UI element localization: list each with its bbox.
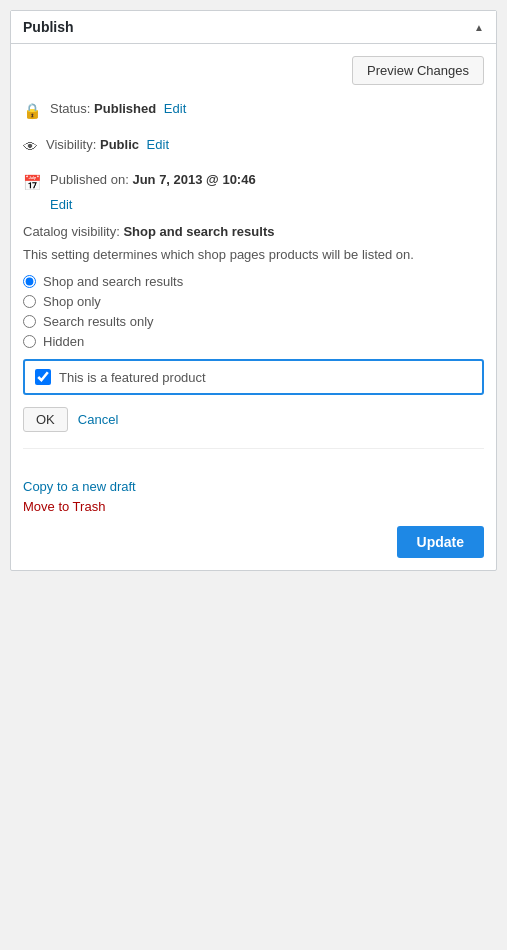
ok-cancel-row: OK Cancel xyxy=(23,407,484,432)
visibility-icon: 👁 xyxy=(23,136,38,159)
status-row: 🔒 Status: Published Edit xyxy=(23,99,484,123)
panel-body: Preview Changes 🔒 Status: Published Edit… xyxy=(11,44,496,471)
panel-title: Publish xyxy=(23,19,74,35)
status-text: Status: Published Edit xyxy=(50,99,186,119)
published-on-text: Published on: Jun 7, 2013 @ 10:46 xyxy=(50,170,256,190)
cancel-link[interactable]: Cancel xyxy=(78,412,118,427)
catalog-description: This setting determines which shop pages… xyxy=(23,245,484,265)
visibility-text: Visibility: Public Edit xyxy=(46,135,169,155)
catalog-label-text: Catalog visibility: xyxy=(23,224,120,239)
radio-item-hidden: Hidden xyxy=(23,334,484,349)
calendar-icon: 📅 xyxy=(23,172,42,195)
bottom-links: Copy to a new draft Move to Trash xyxy=(23,479,484,514)
status-icon: 🔒 xyxy=(23,100,42,123)
move-to-trash-link[interactable]: Move to Trash xyxy=(23,499,484,514)
featured-product-box: This is a featured product xyxy=(23,359,484,395)
panel-header: Publish ▲ xyxy=(11,11,496,44)
radio-item-shop-only: Shop only xyxy=(23,294,484,309)
catalog-section: Catalog visibility: Shop and search resu… xyxy=(23,224,484,433)
featured-product-checkbox[interactable] xyxy=(35,369,51,385)
visibility-label: Visibility: xyxy=(46,137,96,152)
status-edit-link[interactable]: Edit xyxy=(164,101,186,116)
update-button[interactable]: Update xyxy=(397,526,484,558)
radio-item-search-only: Search results only xyxy=(23,314,484,329)
radio-shop-only-label[interactable]: Shop only xyxy=(43,294,101,309)
radio-shop-search[interactable] xyxy=(23,275,36,288)
copy-to-draft-link[interactable]: Copy to a new draft xyxy=(23,479,484,494)
bottom-actions: Copy to a new draft Move to Trash Update xyxy=(11,471,496,570)
published-on-label: Published on: xyxy=(50,172,129,187)
status-label: Status: xyxy=(50,101,90,116)
divider xyxy=(23,448,484,449)
radio-hidden-label[interactable]: Hidden xyxy=(43,334,84,349)
published-on-edit-block: Edit xyxy=(46,197,484,212)
visibility-value: Public xyxy=(100,137,139,152)
radio-search-only-label[interactable]: Search results only xyxy=(43,314,154,329)
catalog-label: Catalog visibility: Shop and search resu… xyxy=(23,224,484,239)
published-on-value: Jun 7, 2013 @ 10:46 xyxy=(132,172,255,187)
preview-changes-button[interactable]: Preview Changes xyxy=(352,56,484,85)
publish-panel: Publish ▲ Preview Changes 🔒 Status: Publ… xyxy=(10,10,497,571)
visibility-row: 👁 Visibility: Public Edit xyxy=(23,135,484,159)
ok-button[interactable]: OK xyxy=(23,407,68,432)
radio-hidden[interactable] xyxy=(23,335,36,348)
preview-btn-row: Preview Changes xyxy=(23,56,484,85)
published-on-block: 📅 Published on: Jun 7, 2013 @ 10:46 Edit xyxy=(23,170,484,212)
radio-item-shop-search: Shop and search results xyxy=(23,274,484,289)
published-on-line: 📅 Published on: Jun 7, 2013 @ 10:46 xyxy=(23,170,484,195)
visibility-edit-link[interactable]: Edit xyxy=(147,137,169,152)
update-row: Update xyxy=(23,526,484,558)
status-value: Published xyxy=(94,101,156,116)
published-on-edit-link[interactable]: Edit xyxy=(50,197,72,212)
radio-shop-only[interactable] xyxy=(23,295,36,308)
radio-shop-search-label[interactable]: Shop and search results xyxy=(43,274,183,289)
catalog-value: Shop and search results xyxy=(123,224,274,239)
radio-group: Shop and search results Shop only Search… xyxy=(23,274,484,349)
collapse-icon[interactable]: ▲ xyxy=(474,22,484,33)
radio-search-only[interactable] xyxy=(23,315,36,328)
featured-product-label[interactable]: This is a featured product xyxy=(59,370,206,385)
